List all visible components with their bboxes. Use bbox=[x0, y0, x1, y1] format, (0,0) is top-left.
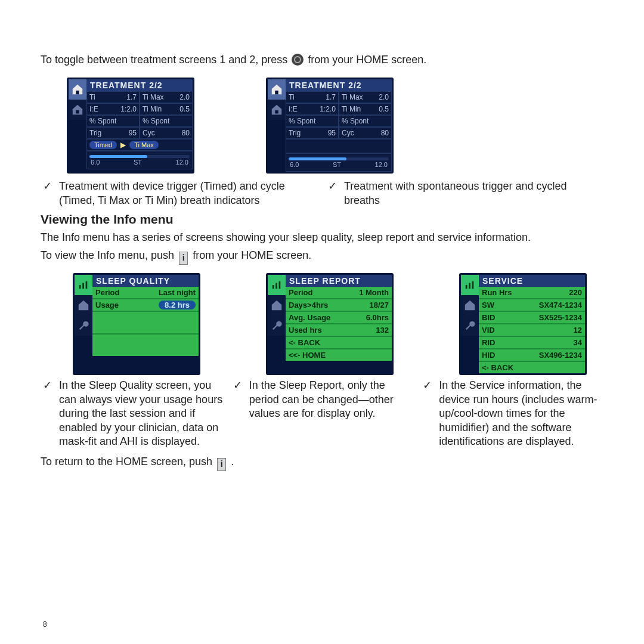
chevron-right-icon: ▶ bbox=[120, 141, 126, 149]
check-icon: ✓ bbox=[43, 379, 53, 392]
lock-tab-icon bbox=[69, 100, 86, 120]
check-icon: ✓ bbox=[423, 379, 433, 392]
svg-rect-10 bbox=[472, 281, 474, 289]
sleep-report-caption: ✓ In the Sleep Report, only the period c… bbox=[233, 379, 414, 420]
back-link[interactable]: <- BACK bbox=[289, 338, 320, 347]
service-caption: ✓ In the Service information, the device… bbox=[423, 379, 603, 448]
treatment-screen-right: TREATMENT 2/2 Ti1.7 Ti Max2.0 I:E1:2.0 T… bbox=[266, 78, 394, 174]
sleep-report-screen: SLEEP REPORT Period1 Month Days>4hrs18/2… bbox=[266, 273, 394, 375]
page-number: 8 bbox=[43, 620, 47, 628]
ti-max-badge: Ti Max bbox=[129, 141, 159, 149]
timed-badge: Timed bbox=[89, 141, 117, 149]
check-icon: ✓ bbox=[328, 179, 338, 193]
info-button-icon: i bbox=[179, 252, 188, 265]
panel-title: SLEEP QUALITY bbox=[92, 275, 199, 287]
svg-rect-9 bbox=[469, 283, 470, 289]
chart-tab-icon bbox=[75, 275, 92, 295]
lock-tab-icon bbox=[268, 295, 286, 315]
treatment-caption-right: ✓ Treatment with spontaneous trigger and… bbox=[328, 179, 603, 208]
check-icon: ✓ bbox=[233, 379, 243, 392]
wrench-tab-icon bbox=[75, 315, 92, 336]
info-button-icon: i bbox=[217, 458, 226, 471]
breath-indicator-row: Timed ▶ Ti Max bbox=[86, 139, 193, 151]
service-screen: SERVICE Run Hrs220 SWSX474-1234 BIDSX525… bbox=[459, 273, 587, 375]
treatment-caption-left: ✓ Treatment with device trigger (Timed) … bbox=[43, 179, 318, 208]
svg-rect-7 bbox=[279, 281, 281, 289]
svg-rect-4 bbox=[86, 281, 88, 289]
return-instruction: To return to the HOME screen, push i . bbox=[41, 454, 603, 471]
svg-rect-2 bbox=[79, 285, 81, 289]
toggle-instruction: To toggle between treatment screens 1 an… bbox=[41, 52, 603, 67]
info-push-instruction: To view the Info menu, push i from your … bbox=[41, 248, 603, 265]
treatment-screen-left: TREATMENT 2/2 Ti1.7 Ti Max2.0 I:E1:2.0 T… bbox=[67, 78, 194, 174]
home-link[interactable]: <<- HOME bbox=[289, 351, 326, 360]
wrench-tab-icon bbox=[461, 315, 479, 336]
sleep-quality-screen: SLEEP QUALITY PeriodLast night Usage8.2 … bbox=[73, 273, 200, 375]
chart-tab-icon bbox=[268, 275, 286, 295]
svg-rect-5 bbox=[273, 285, 274, 289]
home-tab-icon bbox=[268, 79, 286, 100]
svg-rect-0 bbox=[76, 110, 79, 114]
sleep-quality-caption: ✓ In the Sleep Quality screen, you can a… bbox=[43, 379, 224, 448]
lock-tab-icon bbox=[268, 100, 286, 120]
svg-rect-6 bbox=[275, 283, 277, 289]
usage-pill: 8.2 hrs bbox=[159, 301, 196, 309]
lock-tab-icon bbox=[461, 295, 479, 315]
panel-title: TREATMENT 2/2 bbox=[86, 79, 193, 91]
pressure-bar bbox=[289, 157, 389, 160]
dial-button-icon bbox=[292, 54, 304, 66]
svg-rect-3 bbox=[82, 283, 84, 289]
check-icon: ✓ bbox=[43, 179, 53, 193]
breath-indicator-row-empty bbox=[286, 139, 392, 153]
svg-rect-1 bbox=[275, 110, 278, 114]
lock-tab-icon bbox=[75, 295, 92, 315]
chart-tab-icon bbox=[461, 275, 479, 295]
panel-title: TREATMENT 2/2 bbox=[286, 79, 392, 91]
info-menu-heading: Viewing the Info menu bbox=[41, 212, 603, 227]
back-link[interactable]: <- BACK bbox=[482, 363, 513, 372]
panel-title: SERVICE bbox=[479, 275, 585, 287]
info-menu-description: The Info menu has a series of screens sh… bbox=[41, 230, 603, 244]
svg-rect-8 bbox=[466, 285, 467, 289]
pressure-bar bbox=[89, 155, 190, 158]
home-tab-icon bbox=[69, 79, 86, 100]
panel-title: SLEEP REPORT bbox=[286, 275, 392, 287]
wrench-tab-icon bbox=[268, 315, 286, 336]
